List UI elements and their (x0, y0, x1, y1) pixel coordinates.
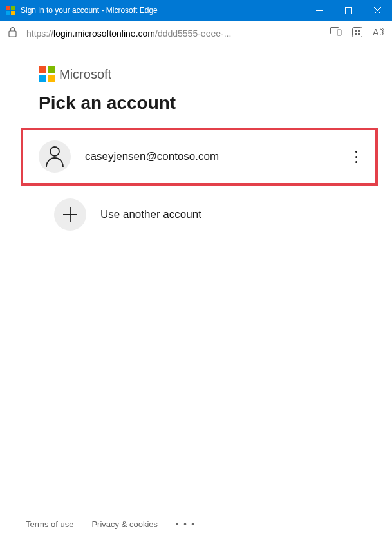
device-icon[interactable] (330, 27, 342, 40)
addressbar-controls: A (330, 27, 384, 40)
edge-app-icon (5, 5, 15, 15)
svg-point-11 (50, 147, 59, 156)
page-footer: Terms of use Privacy & cookies • • • (0, 508, 392, 540)
use-another-account-label: Use another account (100, 208, 357, 221)
window-title: Sign in to your account - Microsoft Edge (21, 6, 305, 15)
user-avatar-icon (39, 140, 71, 173)
minimize-button[interactable] (305, 0, 334, 21)
window-titlebar: Sign in to your account - Microsoft Edge (0, 0, 392, 21)
svg-rect-9 (358, 33, 360, 35)
svg-rect-1 (346, 7, 352, 14)
window-controls (305, 0, 392, 21)
plus-icon (54, 198, 86, 231)
svg-rect-6 (355, 30, 357, 32)
page-content: Microsoft Pick an account caseyjensen@co… (0, 46, 392, 508)
svg-text:A: A (373, 27, 379, 37)
address-bar: https://login.microsoftonline.com/dddd55… (0, 21, 392, 46)
svg-rect-4 (337, 30, 341, 35)
page-heading: Pick an account (39, 93, 373, 113)
account-options-button[interactable] (350, 146, 362, 168)
footer-more-button[interactable]: • • • (176, 519, 196, 529)
url-path: /dddd5555-eeee-... (155, 28, 231, 39)
account-email: caseyjensen@contoso.com (85, 150, 350, 163)
svg-rect-7 (358, 30, 360, 32)
use-another-account-tile[interactable]: Use another account (39, 186, 373, 244)
microsoft-brand: Microsoft (39, 66, 373, 82)
svg-rect-8 (355, 33, 357, 35)
account-tile[interactable]: caseyjensen@contoso.com (21, 128, 378, 186)
read-aloud-icon[interactable]: A (373, 27, 384, 40)
svg-rect-0 (316, 10, 323, 11)
microsoft-logo-text: Microsoft (59, 67, 111, 82)
url-display[interactable]: https://login.microsoftonline.com/dddd55… (26, 28, 321, 39)
privacy-link[interactable]: Privacy & cookies (91, 519, 158, 529)
lock-icon[interactable] (8, 26, 17, 40)
url-domain: login.microsoftonline.com (53, 28, 155, 39)
maximize-button[interactable] (334, 0, 363, 21)
svg-rect-5 (353, 27, 362, 37)
svg-rect-2 (9, 31, 16, 37)
url-protocol: https:// (26, 28, 53, 39)
close-button[interactable] (363, 0, 392, 21)
terms-link[interactable]: Terms of use (26, 519, 73, 529)
microsoft-logo-icon (39, 66, 55, 82)
extensions-icon[interactable] (352, 27, 362, 40)
